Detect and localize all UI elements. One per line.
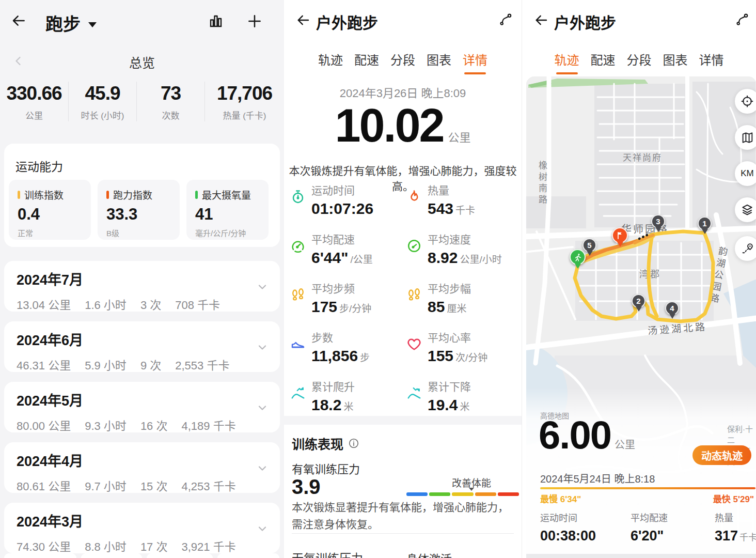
workout-detail-screen: 户外跑步 轨迹 配速 分段 图表 详情 2024年3月26日 晚上8:09 10… — [284, 0, 522, 558]
stats-grid: 运动时间01:07:26 热量543千卡 平均配速6'44"/公里 平均速度8.… — [290, 181, 516, 426]
statistics-chart-icon[interactable] — [208, 13, 224, 29]
color-bar — [18, 191, 20, 199]
aerobic-description: 本次锻炼显著提升有氧体能，增强心肺能力，需注意身体恢复。 — [292, 499, 516, 533]
tab-splits[interactable]: 分段 — [627, 50, 652, 74]
stat-steps: 步数11,856步 — [290, 328, 406, 377]
stat-calories: 热量543千卡 — [406, 181, 516, 230]
tab-details[interactable]: 详情 — [463, 50, 487, 74]
chevron-down-icon[interactable] — [256, 341, 269, 353]
km-marker-1: 1 — [698, 216, 712, 234]
overview-row: 总览 — [0, 53, 284, 70]
back-arrow-icon[interactable] — [10, 12, 27, 29]
tab-details[interactable]: 详情 — [699, 50, 724, 74]
scale-segment — [429, 492, 450, 496]
month-card-july[interactable]: 2024年7月 13.04 公里1.6 小时3 次708 千卡 — [4, 261, 280, 312]
tab-track[interactable]: 轨迹 — [555, 50, 579, 74]
panel-stat-duration: 运动时间 00:38:00 — [540, 510, 597, 544]
month-card-march[interactable]: 2024年3月 74.30 公里8.8 小时17 次3,921 千卡 — [4, 503, 280, 553]
footprints-icon — [406, 287, 422, 303]
share-route-icon[interactable] — [499, 12, 513, 27]
scale-caption: 改善体能 — [452, 475, 491, 489]
training-index-card[interactable]: 训练指数 0.4 正常 — [9, 180, 91, 240]
page-title: 跑步 — [45, 10, 81, 36]
chevron-down-icon[interactable] — [256, 281, 269, 293]
vo2max-card[interactable]: 最大摄氧量 41 毫升/公斤/分钟 — [186, 180, 269, 240]
sport-type-dropdown[interactable]: 跑步 — [45, 10, 97, 36]
totals-row: 330.66公里 45.9时长 (小时) 73次数 17,706热量 (千卡) — [0, 82, 284, 121]
finish-flag-marker — [612, 227, 628, 247]
overview-title: 总览 — [0, 53, 284, 71]
flame-icon — [406, 189, 422, 205]
month-card-april[interactable]: 2024年4月 80.61 公里9.7 小时15 次4,253 千卡 — [4, 442, 280, 493]
stat-stride: 平均步幅85厘米 — [406, 279, 516, 328]
scale-segment — [452, 492, 473, 496]
start-runner-marker — [570, 249, 586, 269]
dynamic-track-button[interactable]: 动态轨迹 — [692, 445, 751, 465]
locate-control[interactable] — [735, 89, 756, 114]
month-card-may[interactable]: 2024年5月 80.00 公里9.3 小时16 次4,189 千卡 — [4, 382, 280, 432]
aerobic-stress-value: 3.9 — [292, 475, 321, 499]
chevron-left-icon[interactable] — [12, 55, 25, 67]
tab-track[interactable]: 轨迹 — [318, 50, 343, 74]
chevron-down-icon[interactable] — [256, 522, 269, 535]
tab-charts[interactable]: 图表 — [663, 50, 688, 74]
info-icon[interactable] — [348, 438, 359, 449]
chevron-down-icon[interactable] — [256, 462, 269, 474]
total-duration: 45.9时长 (小时) — [68, 82, 136, 121]
running-power-card[interactable]: 跑力指数 33.3 B级 — [98, 180, 180, 240]
stat-avg-pace: 平均配速6'44"/公里 — [290, 230, 406, 279]
distance-value: 10.02 — [335, 100, 443, 151]
stat-cadence: 平均步频175步/分钟 — [290, 279, 406, 328]
scale-pointer-icon — [469, 488, 474, 491]
workout-track-screen: 户外跑步 轨迹 配速 分段 图表 详情 — [522, 0, 756, 558]
distance-hero: 10.02公里 — [284, 99, 522, 152]
total-distance: 330.66公里 — [0, 82, 68, 121]
panel-stat-calories: 热量 317千卡 — [715, 510, 756, 544]
stopwatch-icon — [290, 189, 306, 205]
distance-value: 6.00 — [539, 413, 611, 457]
chevron-down-icon[interactable] — [256, 401, 269, 414]
tab-pace[interactable]: 配速 — [591, 50, 616, 74]
aerobic-stress-scale: 改善体能 — [406, 475, 519, 497]
tab-bar: 轨迹 配速 分段 图表 详情 — [284, 50, 522, 74]
header: 跑步 — [0, 0, 284, 41]
map-style-control[interactable] — [735, 125, 756, 150]
aerobic-stress-label: 有氧训练压力 — [292, 460, 360, 476]
next-cards-peek — [4, 553, 279, 558]
km-marker-2: 2 — [632, 294, 645, 312]
color-bar — [106, 191, 109, 199]
shoe-icon — [290, 336, 306, 352]
tab-pace[interactable]: 配速 — [354, 50, 379, 74]
footprints-icon — [290, 287, 306, 303]
running-overview-screen: 跑步 总览 330.66公里 45.9时长 (小时) 7 — [0, 0, 284, 558]
total-count: 73次数 — [136, 82, 204, 121]
stat-heart-rate: 平均心率155次/分钟 — [406, 328, 516, 377]
add-workout-icon[interactable] — [246, 13, 263, 29]
route-map[interactable]: 天祥尚府 橡树南路 华师园路 湾郡 韵湖公园路 汤逊湖北路 3 1 5 — [526, 76, 756, 558]
body-activation-label: 身体激活 — [406, 550, 452, 558]
slowest-pace: 最慢 6'34" — [540, 492, 581, 505]
km-markers-control[interactable]: KM — [735, 161, 756, 186]
mountain-up-icon — [290, 385, 306, 401]
workout-date: 2024年3月26日 晚上8:09 — [284, 84, 522, 100]
month-card-june[interactable]: 2024年6月 46.31 公里5.9 小时9 次2,553 千卡 — [4, 321, 280, 372]
dropdown-caret-icon — [88, 22, 97, 27]
tab-charts[interactable]: 图表 — [427, 50, 451, 74]
performance-title: 训练表现 — [292, 434, 343, 453]
screen-title: 户外跑步 — [316, 10, 378, 33]
back-arrow-icon[interactable] — [533, 12, 549, 28]
exercise-ability-card: 运动能力 训练指数 0.4 正常 跑力指数 33.3 B级 最大摄氧量 — [4, 144, 280, 247]
ability-title: 运动能力 — [15, 157, 269, 175]
tab-splits[interactable]: 分段 — [390, 50, 415, 74]
stat-avg-speed: 平均速度8.92公里/小时 — [406, 230, 516, 279]
layers-control[interactable] — [735, 197, 756, 222]
total-calories: 17,706热量 (千卡) — [204, 82, 284, 121]
route-overview-control[interactable] — [735, 236, 756, 261]
distance-hero: 6.00公里 — [539, 412, 635, 457]
back-arrow-icon[interactable] — [295, 12, 311, 28]
section-divider — [284, 416, 522, 425]
pace-gauge-icon — [290, 238, 306, 254]
distance-unit: 公里 — [448, 131, 471, 144]
speedometer-icon — [406, 238, 422, 254]
share-route-icon[interactable] — [735, 12, 750, 27]
